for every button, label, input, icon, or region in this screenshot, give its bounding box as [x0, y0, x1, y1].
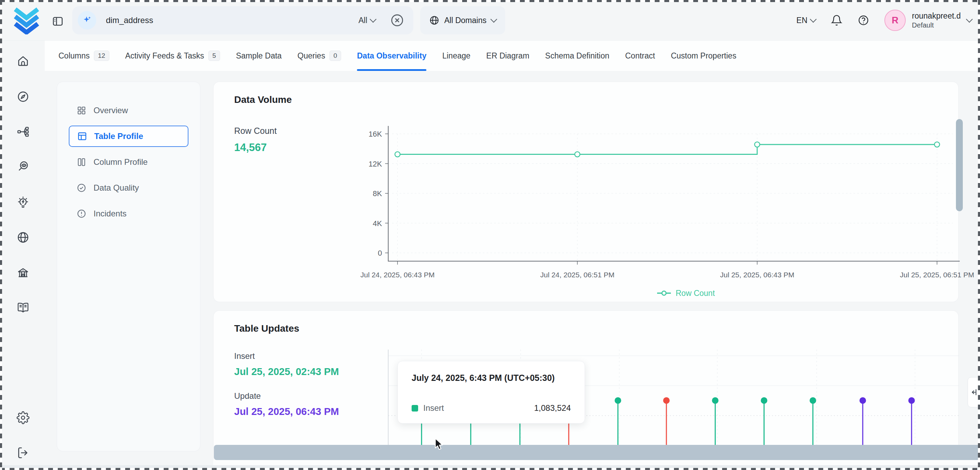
menu-item-label: Overview	[94, 106, 128, 115]
chevron-down-icon	[966, 16, 973, 23]
horizontal-scrollbar[interactable]	[214, 445, 980, 460]
menu-item-incidents[interactable]: Incidents	[69, 203, 188, 224]
entity-tab-bar: Columns12 Activity Feeds & Tasks5 Sample…	[45, 41, 980, 71]
explore-compass-icon[interactable]	[16, 90, 30, 103]
help-icon[interactable]	[858, 14, 869, 26]
sidebar-toggle-icon[interactable]	[52, 15, 64, 27]
vertical-scrollbar-thumb[interactable]	[956, 119, 963, 211]
svg-text:Jul 24, 2025, 06:51 PM: Jul 24, 2025, 06:51 PM	[540, 271, 614, 279]
home-icon[interactable]	[16, 54, 30, 67]
tooltip-title: July 24, 2025, 6:43 PM (UTC+05:30)	[412, 373, 571, 383]
top-bar-actions: EN R rounakpreet.d Default	[796, 0, 972, 41]
alert-circle-icon	[76, 209, 87, 219]
tooltip-row: Insert 1,083,524	[412, 403, 571, 413]
tab-count-badge: 12	[94, 51, 109, 61]
table-icon	[77, 131, 88, 142]
insights-lightbulb-icon[interactable]	[16, 196, 30, 209]
menu-item-table-profile[interactable]: Table Profile	[69, 126, 188, 147]
global-search-input[interactable]: dim_address All	[72, 6, 413, 34]
page-bottom-strip	[0, 465, 980, 470]
user-name: rounakpreet.d	[912, 11, 961, 21]
svg-text:Row Count: Row Count	[676, 289, 715, 298]
tooltip-series-label: Insert	[423, 403, 444, 413]
chevron-down-icon	[490, 16, 497, 23]
columns-icon	[76, 157, 87, 167]
tab-sample-data[interactable]: Sample Data	[236, 41, 282, 71]
tab-queries[interactable]: Queries0	[298, 41, 341, 71]
observability-search-eye-icon[interactable]	[16, 160, 30, 173]
tab-columns[interactable]: Columns12	[59, 41, 109, 71]
menu-item-label: Incidents	[94, 209, 127, 218]
avatar: R	[885, 10, 906, 31]
app-window: dim_address All All Domains EN	[0, 0, 980, 470]
user-team: Default	[912, 21, 961, 30]
chevron-down-icon	[370, 16, 377, 23]
logout-icon[interactable]	[16, 446, 30, 459]
data-volume-card: Data Volume Row Count 14,567 04K8K12K16K…	[213, 81, 959, 302]
language-selector[interactable]: EN	[796, 16, 816, 25]
tab-schema-definition[interactable]: Schema Definition	[545, 41, 609, 71]
check-circle-icon	[76, 183, 87, 193]
governance-bank-icon[interactable]	[16, 267, 30, 280]
svg-text:12K: 12K	[369, 160, 382, 168]
svg-text:0: 0	[378, 249, 382, 257]
grid-icon	[76, 105, 87, 116]
svg-text:Jul 25, 2025, 06:43 PM: Jul 25, 2025, 06:43 PM	[720, 271, 794, 279]
menu-item-label: Table Profile	[94, 131, 143, 141]
globe-icon	[429, 15, 439, 25]
tab-lineage[interactable]: Lineage	[442, 41, 470, 71]
search-query-text: dim_address	[106, 16, 358, 25]
tab-data-observability[interactable]: Data Observability	[357, 41, 426, 71]
domains-globe-icon[interactable]	[16, 231, 30, 244]
user-info: rounakpreet.d Default	[912, 11, 961, 30]
menu-item-label: Column Profile	[94, 157, 148, 167]
tab-contract[interactable]: Contract	[625, 41, 655, 71]
svg-text:Jul 25, 2025, 06:51 PM: Jul 25, 2025, 06:51 PM	[900, 271, 974, 279]
data-volume-chart[interactable]: 04K8K12K16KJul 24, 2025, 06:43 PMJul 24,…	[213, 82, 980, 303]
svg-text:16K: 16K	[369, 130, 382, 138]
settings-gear-icon[interactable]	[16, 411, 30, 424]
clear-search-icon[interactable]	[390, 13, 404, 27]
tab-activity-feeds[interactable]: Activity Feeds & Tasks5	[125, 41, 220, 71]
chevron-down-icon	[810, 16, 817, 23]
menu-item-overview[interactable]: Overview	[69, 100, 188, 121]
domains-dropdown[interactable]: All Domains	[420, 6, 505, 34]
tab-count-badge: 5	[208, 51, 220, 61]
app-logo-icon[interactable]	[13, 7, 40, 34]
svg-text:8K: 8K	[373, 189, 382, 198]
collapse-panel-icon	[970, 388, 979, 397]
page-bottom-gap	[213, 460, 980, 465]
left-nav-rail	[0, 41, 45, 470]
chart-tooltip: July 24, 2025, 6:43 PM (UTC+05:30) Inser…	[398, 361, 585, 424]
top-bar: dim_address All All Domains EN	[0, 0, 980, 41]
search-scope-dropdown[interactable]: All	[358, 16, 375, 25]
tab-er-diagram[interactable]: ER Diagram	[486, 41, 529, 71]
profiler-side-menu: Overview Table Profile Column Profile Da…	[57, 81, 200, 451]
tooltip-series-value: 1,083,524	[534, 403, 571, 413]
glossary-book-icon[interactable]	[16, 301, 30, 314]
tab-count-badge: 0	[329, 51, 342, 61]
menu-item-label: Data Quality	[94, 183, 139, 193]
tab-custom-properties[interactable]: Custom Properties	[671, 41, 736, 71]
collapse-panel-button[interactable]	[967, 377, 980, 407]
menu-item-data-quality[interactable]: Data Quality	[69, 177, 188, 199]
user-menu[interactable]: R rounakpreet.d Default	[885, 10, 972, 31]
svg-text:Jul 24, 2025, 06:43 PM: Jul 24, 2025, 06:43 PM	[360, 271, 434, 279]
ai-sparkle-icon	[78, 11, 96, 30]
svg-text:4K: 4K	[373, 219, 382, 228]
notifications-bell-icon[interactable]	[831, 14, 842, 26]
lineage-flow-icon[interactable]	[16, 125, 30, 138]
insert-swatch-icon	[412, 405, 418, 411]
menu-item-column-profile[interactable]: Column Profile	[69, 151, 188, 173]
